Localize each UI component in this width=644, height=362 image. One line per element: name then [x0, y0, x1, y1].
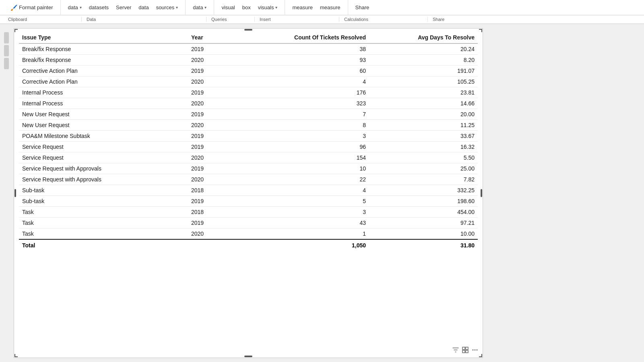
datasets-button[interactable]: datasets [87, 3, 111, 12]
cell-issue-type: POA&M Milestone Subtask [19, 131, 188, 142]
box-label: box [242, 4, 251, 10]
format-painter-icon: 🖌️ [10, 4, 17, 11]
svg-rect-1 [466, 347, 468, 350]
cell-year: 2019 [188, 163, 236, 174]
table-row: Sub-task20184332.25 [19, 185, 478, 196]
visuals-button[interactable]: visuals ▾ [256, 3, 280, 12]
data3-button[interactable]: data ▾ [190, 3, 209, 12]
cell-avg-days: 332.25 [369, 185, 478, 196]
data-caret-icon: ▾ [80, 5, 82, 10]
table-row: Task20183454.00 [19, 207, 478, 218]
left-icon-3[interactable] [4, 58, 9, 69]
svg-point-6 [477, 350, 478, 351]
resize-handle-tr[interactable] [479, 29, 482, 32]
footer-label: Total [19, 239, 236, 251]
table-row: Internal Process202032314.66 [19, 98, 478, 109]
left-sidebar [4, 28, 10, 358]
data2-button[interactable]: data [136, 3, 151, 12]
server-button[interactable]: Server [114, 3, 134, 12]
cell-avg-days: 8.20 [369, 55, 478, 66]
col-count[interactable]: Count Of Tickets Resolved [236, 32, 369, 43]
cell-issue-type: Task [19, 218, 188, 228]
visual-label: visual [221, 4, 235, 10]
footer-avg-days: 31.80 [369, 239, 478, 251]
cell-year: 2020 [188, 98, 236, 109]
share-button[interactable]: Share [353, 3, 372, 12]
svg-rect-3 [466, 350, 468, 353]
cell-avg-days: 7.82 [369, 174, 478, 185]
section-insert: Insert [255, 17, 339, 22]
toolbar-insert-group: visual box visuals ▾ [214, 0, 285, 15]
cell-avg-days: 16.32 [369, 142, 478, 152]
resize-handle-top[interactable] [244, 29, 252, 31]
svg-point-5 [475, 350, 476, 351]
cell-year: 2019 [188, 109, 236, 120]
data-button[interactable]: data ▾ [66, 3, 84, 12]
cell-year: 2020 [188, 228, 236, 240]
cell-year: 2019 [188, 131, 236, 142]
measure2-button[interactable]: measure [318, 3, 343, 12]
section-clipboard: Clipboard [3, 17, 82, 22]
visual-container: Issue Type Year Count Of Tickets Resolve… [14, 28, 483, 358]
box-button[interactable]: box [240, 3, 253, 12]
table-footer-row: Total 1,050 31.80 [19, 239, 478, 251]
cell-count: 154 [236, 152, 369, 163]
format-painter-label: Format painter [19, 4, 53, 10]
section-calculations: Calculations [339, 17, 428, 22]
visual-button[interactable]: visual [219, 3, 237, 12]
svg-point-4 [473, 350, 474, 351]
cell-count: 96 [236, 142, 369, 152]
cell-year: 2020 [188, 174, 236, 185]
resize-handle-right[interactable] [481, 189, 482, 197]
toolbar-calculations-group: measure measure [285, 0, 348, 15]
resize-handle-left[interactable] [14, 189, 16, 197]
resize-handle-bl[interactable] [14, 354, 18, 357]
cell-avg-days: 33.67 [369, 131, 478, 142]
cell-year: 2019 [188, 218, 236, 228]
table-wrapper: Issue Type Year Count Of Tickets Resolve… [14, 29, 483, 341]
cell-issue-type: Internal Process [19, 98, 188, 109]
cell-issue-type: Task [19, 207, 188, 218]
cell-avg-days: 25.00 [369, 163, 478, 174]
table-row: New User Request2020811.25 [19, 120, 478, 131]
data2-label: data [138, 4, 149, 10]
measure1-button[interactable]: measure [290, 3, 315, 12]
cell-year: 2020 [188, 152, 236, 163]
cell-issue-type: Service Request [19, 142, 188, 152]
focus-mode-icon[interactable] [462, 346, 469, 355]
format-painter-button[interactable]: 🖌️ Format painter [8, 3, 56, 12]
toolbar-share-group: Share [348, 0, 377, 15]
left-icon-1[interactable] [4, 32, 9, 43]
cell-year: 2019 [188, 66, 236, 76]
resize-handle-tl[interactable] [14, 29, 18, 32]
section-data: Data [82, 17, 206, 22]
svg-rect-0 [462, 347, 465, 350]
cell-count: 323 [236, 98, 369, 109]
cell-count: 1 [236, 228, 369, 240]
cell-count: 176 [236, 87, 369, 98]
server-label: Server [116, 4, 131, 10]
col-avg-days[interactable]: Avg Days To Resolve [369, 32, 478, 43]
table-row: Break/fix Response2020938.20 [19, 55, 478, 66]
right-panel [487, 28, 640, 358]
filter-icon[interactable] [452, 346, 459, 355]
cell-count: 4 [236, 185, 369, 196]
resize-handle-bottom[interactable] [244, 356, 252, 357]
col-issue-type[interactable]: Issue Type [19, 32, 188, 43]
cell-avg-days: 14.66 [369, 98, 478, 109]
sources-button[interactable]: sources ▾ [154, 3, 181, 12]
cell-issue-type: Service Request [19, 152, 188, 163]
cell-issue-type: New User Request [19, 120, 188, 131]
cell-year: 2019 [188, 142, 236, 152]
left-icon-2[interactable] [4, 45, 9, 56]
table-row: POA&M Milestone Subtask2019333.67 [19, 131, 478, 142]
cell-count: 3 [236, 131, 369, 142]
cell-issue-type: Corrective Action Plan [19, 76, 188, 87]
sources-caret-icon: ▾ [176, 5, 178, 10]
main-area: Issue Type Year Count Of Tickets Resolve… [0, 24, 644, 362]
cell-avg-days: 23.81 [369, 87, 478, 98]
col-year[interactable]: Year [188, 32, 236, 43]
more-options-icon[interactable] [471, 346, 479, 355]
toolbar-data-group: data ▾ datasets Server data sources ▾ [61, 0, 186, 15]
cell-avg-days: 198.60 [369, 196, 478, 207]
